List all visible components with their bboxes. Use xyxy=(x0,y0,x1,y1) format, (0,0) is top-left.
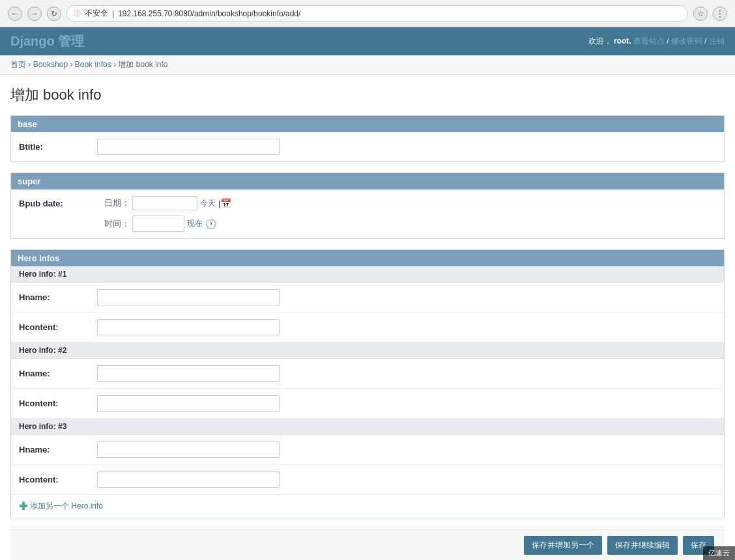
save-continue-button[interactable]: 保存并继续编辑 xyxy=(607,536,678,555)
btitle-row: Btitle: xyxy=(11,132,724,161)
hero-info-1-header: Hero info: #1 xyxy=(11,266,724,283)
breadcrumb-bookshop[interactable]: Bookshop xyxy=(33,60,68,69)
super-fieldset: super Bpub date: 日期： 今天 | 📅 时间： 现在 🕐 xyxy=(10,173,725,239)
forward-button[interactable]: → xyxy=(27,7,42,21)
link-sep2: / xyxy=(704,36,709,46)
now-link[interactable]: 现在 xyxy=(187,218,203,229)
base-fieldset-header: base xyxy=(11,116,724,132)
watermark: 亿速云 xyxy=(703,546,735,560)
refresh-button[interactable]: ↻ xyxy=(47,7,61,21)
hero-1-hcontent-input[interactable] xyxy=(97,319,280,335)
save-add-another-button[interactable]: 保存并增加另一个 xyxy=(524,536,602,555)
admin-header: Django 管理 欢迎， root. 查看站点 / 修改密码 / 注销 xyxy=(0,27,735,55)
add-another-container: ✚ 添加另一个 Hero info xyxy=(11,495,724,518)
breadcrumb: 首页 › Bookshop › Book infos › 增加 book inf… xyxy=(0,55,735,75)
watermark-text: 亿速云 xyxy=(708,549,730,557)
hero-2-hcontent-row: Hcontent: xyxy=(11,389,724,419)
url-text: 不安全 xyxy=(85,8,108,19)
date-row: Bpub date: 日期： 今天 | 📅 xyxy=(19,196,716,210)
username: root. xyxy=(614,36,631,46)
hero-3-hcontent-row: Hcontent: xyxy=(11,465,724,495)
hero-3-hcontent-label: Hcontent: xyxy=(19,475,97,484)
hero-2-hcontent-label: Hcontent: xyxy=(19,399,97,408)
hero-3-hcontent-input[interactable] xyxy=(97,471,280,488)
logout-link[interactable]: 注销 xyxy=(709,36,725,46)
address-bar[interactable]: ⓘ 不安全 | 192.168.255.70:8080/admin/booksh… xyxy=(66,5,688,21)
view-site-link[interactable]: 查看站点 xyxy=(633,36,665,46)
hero-3-hname-input[interactable] xyxy=(97,441,280,458)
add-icon: ✚ xyxy=(19,500,27,512)
base-fieldset-body: Btitle: xyxy=(11,132,724,161)
base-fieldset: base Btitle: xyxy=(10,115,725,162)
add-another-label: 添加另一个 Hero info xyxy=(30,501,103,512)
admin-title: Django 管理 xyxy=(10,33,84,50)
today-link[interactable]: 今天 xyxy=(200,198,216,209)
bookmark-button[interactable]: ☆ xyxy=(693,7,708,21)
link-sep1: / xyxy=(667,36,671,46)
super-fieldset-header: super xyxy=(11,173,724,189)
time-row: 时间： 现在 🕐 xyxy=(19,216,716,232)
hero-3-hname-row: Hname: xyxy=(11,435,724,465)
page-title: 增加 book info xyxy=(10,85,725,105)
hero-2-hname-row: Hname: xyxy=(11,359,724,389)
bpub-date-label: Bpub date: xyxy=(19,199,97,208)
time-input[interactable] xyxy=(132,216,184,232)
hero-info-3-label: Hero info: #3 xyxy=(19,422,66,431)
main-content: 增加 book info base Btitle: super Bpub dat… xyxy=(0,75,735,560)
breadcrumb-sep1: › xyxy=(28,60,33,69)
url-separator: | xyxy=(112,9,114,18)
date-input[interactable] xyxy=(132,196,197,210)
back-button[interactable]: ← xyxy=(8,7,22,21)
calendar-icon[interactable]: 📅 xyxy=(220,198,231,208)
welcome-text: 欢迎， xyxy=(588,36,612,46)
btitle-label: Btitle: xyxy=(19,142,97,152)
hero-3-hname-label: Hname: xyxy=(19,445,97,455)
hero-infos-section: Hero infos Hero info: #1 Hname: Hcontent… xyxy=(10,249,725,518)
breadcrumb-home[interactable]: 首页 xyxy=(10,60,26,69)
bpub-date-section: Bpub date: 日期： 今天 | 📅 时间： 现在 🕐 xyxy=(11,189,724,238)
hero-info-1-label: Hero info: #1 xyxy=(19,270,66,279)
hero-1-hname-row: Hname: xyxy=(11,283,724,313)
hero-1-hname-label: Hname: xyxy=(19,292,97,302)
breadcrumb-book-infos[interactable]: Book infos xyxy=(75,60,111,69)
hero-infos-body: Hero info: #1 Hname: Hcontent: Hero info… xyxy=(11,266,724,518)
clock-icon[interactable]: 🕐 xyxy=(205,219,216,229)
time-sub-label: 时间： xyxy=(97,218,130,230)
hero-1-hcontent-row: Hcontent: xyxy=(11,313,724,343)
hero-1-hname-input[interactable] xyxy=(97,289,280,305)
hero-2-hname-label: Hname: xyxy=(19,369,97,378)
admin-user-info: 欢迎， root. 查看站点 / 修改密码 / 注销 xyxy=(588,36,725,47)
breadcrumb-sep2: › xyxy=(70,60,74,69)
browser-chrome: ← → ↻ ⓘ 不安全 | 192.168.255.70:8080/admin/… xyxy=(0,0,735,27)
hero-2-hcontent-input[interactable] xyxy=(97,395,280,412)
admin-title-text: Django 管理 xyxy=(10,34,84,48)
hero-1-hcontent-label: Hcontent: xyxy=(19,322,97,332)
hero-info-2-header: Hero info: #2 xyxy=(11,343,724,359)
menu-button[interactable]: ⋮ xyxy=(713,7,727,21)
submit-row: 保存并增加另一个 保存并继续编辑 保存 xyxy=(10,529,725,560)
hero-2-hname-input[interactable] xyxy=(97,365,280,382)
hero-infos-header: Hero infos xyxy=(11,250,724,266)
url-value: 192.168.255.70:8080/admin/bookshop/booki… xyxy=(118,9,300,18)
breadcrumb-current: 增加 book info xyxy=(118,60,167,69)
change-password-link[interactable]: 修改密码 xyxy=(671,36,702,46)
super-fieldset-body: Bpub date: 日期： 今天 | 📅 时间： 现在 🕐 xyxy=(11,189,724,238)
date-sub-label: 日期： xyxy=(97,197,130,209)
hero-info-3-header: Hero info: #3 xyxy=(11,419,724,435)
hero-info-2-label: Hero info: #2 xyxy=(19,346,66,355)
btitle-input[interactable] xyxy=(97,139,280,155)
security-icon: ⓘ xyxy=(74,8,81,18)
add-another-hero-link[interactable]: ✚ 添加另一个 Hero info xyxy=(19,500,716,512)
